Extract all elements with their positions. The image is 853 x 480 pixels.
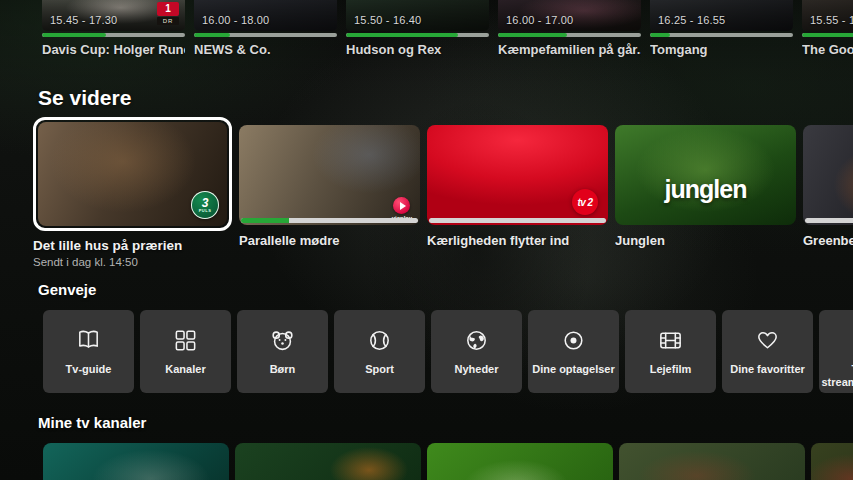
dr1-channel-logo-icon: 1 DR <box>157 2 179 25</box>
tv3-puls-channel-logo-icon: 3 PULS <box>191 191 219 219</box>
program-title: Parallelle mødre <box>239 233 420 248</box>
channel-card[interactable] <box>235 443 421 480</box>
shortcut-label: Sport <box>365 363 394 376</box>
program-thumbnail: 15.55 - 16.55 <box>802 0 853 31</box>
tv-program-card[interactable]: 16.00 - 17.00 Kæmpefamilien på går.. <box>498 0 641 57</box>
focus-border: 3 PULS <box>33 117 232 231</box>
program-title: Hudson og Rex <box>346 42 489 57</box>
heart-icon <box>754 327 781 354</box>
shortcut-label: Tv-guide <box>66 363 112 376</box>
time-label: 16.00 - 18.00 <box>202 14 269 26</box>
mine-tv-kanaler-heading: Mine tv kanaler <box>38 414 146 431</box>
time-label: 16.25 - 16.55 <box>658 14 725 26</box>
program-thumbnail: junglen <box>615 125 796 225</box>
tv-program-card[interactable]: 15.45 - 17.30 1 DR Davis Cup: Holger Run… <box>42 0 185 57</box>
progress-bar <box>802 33 853 37</box>
shortcut-label: Dine favoritter <box>730 363 805 376</box>
shortcut-label: Tilføj streamingtjenester <box>822 363 853 389</box>
progress-bar <box>805 218 853 223</box>
progress-fill <box>241 218 289 223</box>
bear-icon <box>269 327 296 354</box>
program-subtitle: Sendt i dag kl. 14:50 <box>33 256 232 268</box>
se-videre-row: 3 PULS Det lille hus på prærien Sendt i … <box>33 117 853 268</box>
time-label: 15.50 - 16.40 <box>354 14 421 26</box>
time-label: 16.00 - 17.00 <box>506 14 573 26</box>
shortcut-button-sport[interactable]: Sport <box>334 310 425 393</box>
program-thumbnail: 16.00 - 18.00 <box>194 0 337 31</box>
tv2-channel-logo-icon: tv 2 <box>572 189 598 215</box>
my-tv-channels-row <box>43 443 853 480</box>
tv-home-screen: 15.45 - 17.30 1 DR Davis Cup: Holger Run… <box>0 0 853 480</box>
channel-card[interactable] <box>427 443 613 480</box>
progress-bar <box>194 33 337 37</box>
shortcut-button-dine-optagelser[interactable]: Dine optagelser <box>528 310 619 393</box>
program-title: Det lille hus på prærien <box>33 238 232 253</box>
program-thumbnail: tv 2 <box>427 125 608 225</box>
shortcut-label: Lejefilm <box>650 363 692 376</box>
program-thumbnail: viaplay <box>239 125 420 225</box>
program-thumbnail: 16.25 - 16.55 <box>650 0 793 31</box>
program-thumbnail: 15.50 - 16.40 <box>346 0 489 31</box>
shortcut-button-tv-guide[interactable]: Tv-guide <box>43 310 134 393</box>
tv-program-card[interactable]: 15.55 - 16.55 The Good <box>802 0 853 57</box>
program-title: Junglen <box>615 233 796 248</box>
globe-icon <box>463 327 490 354</box>
film-icon <box>657 327 684 354</box>
tennis-ball-icon <box>366 327 393 354</box>
shortcut-label: Nyheder <box>454 363 498 376</box>
progress-bar <box>346 33 489 37</box>
program-title: The Good <box>802 42 853 57</box>
program-title: Tomgang <box>650 42 793 57</box>
progress-fill <box>346 33 458 37</box>
program-title: Greenbe <box>803 233 853 248</box>
progress-bar <box>42 33 185 37</box>
progress-bar <box>429 218 606 223</box>
shortcut-button-born[interactable]: Børn <box>237 310 328 393</box>
progress-bar <box>650 33 793 37</box>
record-icon <box>560 327 587 354</box>
tv-program-card[interactable]: 16.25 - 16.55 Tomgang <box>650 0 793 57</box>
progress-fill <box>194 33 230 37</box>
progress-bar <box>498 33 641 37</box>
shortcut-label: Dine optagelser <box>532 363 615 376</box>
shortcuts-row: Tv-guide Kanaler Børn Sport <box>43 310 853 393</box>
progress-fill <box>498 33 567 37</box>
program-card-focused[interactable]: 3 PULS Det lille hus på prærien Sendt i … <box>33 117 232 268</box>
play-icon <box>400 202 406 210</box>
program-title: Kærligheden flytter ind <box>427 233 608 248</box>
tv-program-card[interactable]: 16.00 - 18.00 NEWS & Co. <box>194 0 337 57</box>
program-title: NEWS & Co. <box>194 42 337 57</box>
channels-grid-icon <box>172 327 199 354</box>
shortcut-button-nyheder[interactable]: Nyheder <box>431 310 522 393</box>
program-thumbnail: 3 PULS <box>38 122 227 226</box>
program-thumbnail <box>803 125 853 225</box>
channel-card[interactable] <box>43 443 229 480</box>
time-label: 15.45 - 17.30 <box>50 14 117 26</box>
program-card[interactable]: Greenbe <box>803 125 853 248</box>
program-title: Kæmpefamilien på går.. <box>498 42 641 57</box>
program-card[interactable]: viaplay Parallelle mødre <box>239 125 420 248</box>
progress-fill <box>42 33 106 37</box>
time-label: 15.55 - 16.55 <box>810 14 853 26</box>
shortcut-label: Kanaler <box>165 363 205 376</box>
progress-bar <box>241 218 418 223</box>
program-title: Davis Cup: Holger Rune.. <box>42 42 185 57</box>
channel-card[interactable] <box>619 443 805 480</box>
junglen-wordmark: junglen <box>615 175 796 204</box>
now-on-tv-row: 15.45 - 17.30 1 DR Davis Cup: Holger Run… <box>0 0 853 57</box>
tv-program-card[interactable]: 15.50 - 16.40 Hudson og Rex <box>346 0 489 57</box>
tv-guide-book-icon <box>75 327 102 354</box>
shortcut-button-lejefilm[interactable]: Lejefilm <box>625 310 716 393</box>
program-card[interactable]: tv 2 Kærligheden flytter ind <box>427 125 608 248</box>
program-thumbnail: 15.45 - 17.30 1 DR <box>42 0 185 31</box>
progress-fill <box>802 33 853 37</box>
se-videre-heading: Se videre <box>38 86 131 110</box>
shortcut-label: Børn <box>270 363 296 376</box>
shortcut-button-kanaler[interactable]: Kanaler <box>140 310 231 393</box>
channel-card[interactable] <box>811 443 853 480</box>
shortcut-button-tilfoj-streamingtjenester[interactable]: Tilføj streamingtjenester <box>819 310 853 393</box>
program-card[interactable]: junglen Junglen <box>615 125 796 248</box>
genveje-heading: Genveje <box>38 281 96 298</box>
shortcut-button-dine-favoritter[interactable]: Dine favoritter <box>722 310 813 393</box>
progress-fill <box>650 33 670 37</box>
